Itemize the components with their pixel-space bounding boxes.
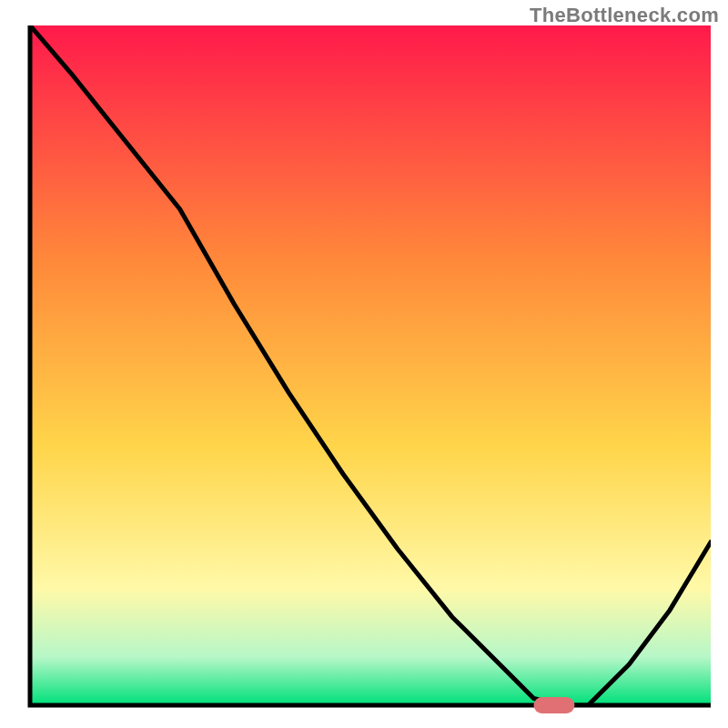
- chart-svg: [0, 0, 728, 728]
- watermark-text: TheBottleneck.com: [530, 4, 719, 27]
- chart-container: TheBottleneck.com: [0, 0, 728, 728]
- plot-background: [30, 25, 711, 704]
- optimal-marker: [534, 697, 575, 713]
